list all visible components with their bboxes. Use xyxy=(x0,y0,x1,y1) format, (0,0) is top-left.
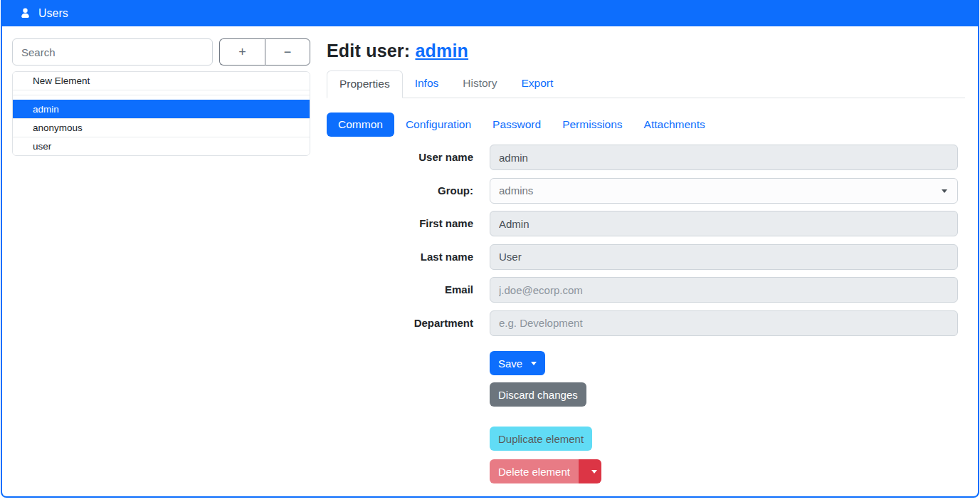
subtab-attachments[interactable]: Attachments xyxy=(633,113,716,137)
list-spacer xyxy=(13,95,310,100)
list-item[interactable]: anonymous xyxy=(13,118,310,137)
list-item[interactable]: user xyxy=(13,137,310,155)
edit-panel: Edit user: admin PropertiesInfosHistoryE… xyxy=(310,26,978,483)
group-label: Group: xyxy=(327,178,473,204)
form-row-email: Email xyxy=(327,277,965,303)
app-title: Users xyxy=(38,7,68,20)
caret-down-icon xyxy=(942,189,947,193)
sub-tabs: CommonConfigurationPasswordPermissionsAt… xyxy=(327,113,965,137)
add-element-button[interactable]: + xyxy=(219,38,265,66)
element-list: New Elementadminanonymoususer xyxy=(12,71,310,156)
discard-changes-button[interactable]: Discard changes xyxy=(490,382,586,407)
user-name-field-wrap xyxy=(490,145,958,170)
app-window: Users + − New Elementadminanonymoususer … xyxy=(1,0,979,498)
user-form: User nameGroup:adminsFirst nameLast name… xyxy=(327,145,965,336)
tab-export[interactable]: Export xyxy=(510,70,566,98)
caret-down-icon xyxy=(531,362,537,365)
users-icon xyxy=(19,7,31,19)
last-name-label: Last name xyxy=(327,244,473,270)
tab-history: History xyxy=(451,70,509,98)
remove-element-button[interactable]: − xyxy=(265,38,310,66)
group-field-wrap: admins xyxy=(490,178,958,204)
form-row-last-name: Last name xyxy=(327,244,965,270)
first-name-field-wrap xyxy=(490,211,958,236)
tab-properties[interactable]: Properties xyxy=(327,70,403,98)
department-field-wrap xyxy=(490,310,958,336)
delete-element-button[interactable]: Delete element xyxy=(490,459,579,483)
user-name-label: User name xyxy=(327,145,473,170)
page-title: Edit user: admin xyxy=(327,41,965,61)
last-name-input[interactable] xyxy=(490,244,958,270)
form-actions: Save Discard changes Duplicate element D… xyxy=(490,343,965,483)
email-field-wrap xyxy=(490,277,958,303)
list-item[interactable]: New Element xyxy=(13,72,310,90)
department-label: Department xyxy=(327,310,473,336)
subtab-password[interactable]: Password xyxy=(482,113,552,137)
form-row-group: Group:admins xyxy=(327,178,965,204)
delete-element-split-button: Delete element xyxy=(490,459,601,483)
element-list-toolbar: + − xyxy=(219,38,310,66)
email-input[interactable] xyxy=(490,277,958,303)
email-label: Email xyxy=(327,277,473,303)
first-name-input[interactable] xyxy=(490,211,958,236)
first-name-label: First name xyxy=(327,211,473,236)
search-input[interactable] xyxy=(12,38,213,66)
list-spacer xyxy=(13,90,310,95)
list-item[interactable]: admin xyxy=(13,100,310,118)
duplicate-element-button[interactable]: Duplicate element xyxy=(490,427,592,451)
form-row-department: Department xyxy=(327,310,965,336)
tab-infos[interactable]: Infos xyxy=(403,70,451,98)
caret-down-icon xyxy=(591,470,597,474)
subtab-permissions[interactable]: Permissions xyxy=(552,113,633,137)
save-button[interactable]: Save xyxy=(490,351,545,375)
save-button-label: Save xyxy=(498,357,522,370)
subtab-configuration[interactable]: Configuration xyxy=(395,113,482,137)
user-name-input[interactable] xyxy=(490,145,958,170)
subtab-common[interactable]: Common xyxy=(327,113,394,137)
sidebar: + − New Elementadminanonymoususer xyxy=(2,26,310,483)
form-row-user-name: User name xyxy=(327,145,965,170)
page-title-prefix: Edit user: xyxy=(327,41,410,61)
edited-user-link[interactable]: admin xyxy=(415,41,468,61)
form-row-first-name: First name xyxy=(327,211,965,236)
last-name-field-wrap xyxy=(490,244,958,270)
main-tabs: PropertiesInfosHistoryExport xyxy=(327,70,965,98)
department-input[interactable] xyxy=(490,310,958,336)
group-select[interactable]: admins xyxy=(490,178,958,204)
delete-dropdown-button[interactable] xyxy=(579,459,601,483)
app-header: Users xyxy=(2,0,978,26)
